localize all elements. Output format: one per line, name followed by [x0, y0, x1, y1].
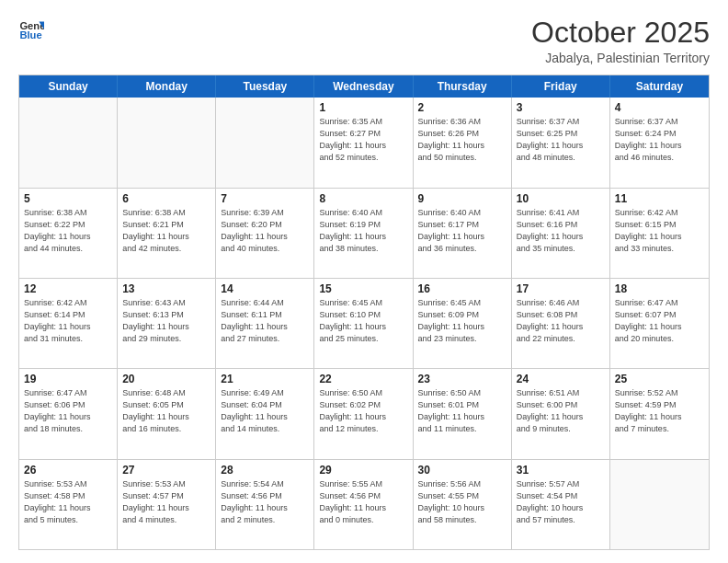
day-number: 23: [418, 373, 506, 385]
day-number: 25: [615, 373, 704, 385]
calendar-row-4: 26Sunrise: 5:53 AM Sunset: 4:58 PM Dayli…: [19, 460, 709, 549]
empty-cell-0-1: [118, 98, 216, 187]
day-cell-17: 17Sunrise: 6:46 AM Sunset: 6:08 PM Dayli…: [512, 279, 610, 368]
day-number: 9: [418, 192, 506, 205]
day-number: 27: [122, 464, 210, 477]
day-info: Sunrise: 5:52 AM Sunset: 4:59 PM Dayligh…: [615, 387, 704, 435]
day-cell-16: 16Sunrise: 6:45 AM Sunset: 6:09 PM Dayli…: [414, 279, 512, 368]
day-number: 5: [24, 192, 112, 205]
day-info: Sunrise: 6:49 AM Sunset: 6:04 PM Dayligh…: [221, 387, 309, 435]
day-number: 15: [319, 282, 407, 295]
day-cell-7: 7Sunrise: 6:39 AM Sunset: 6:20 PM Daylig…: [216, 189, 314, 278]
day-info: Sunrise: 5:54 AM Sunset: 4:56 PM Dayligh…: [221, 478, 309, 526]
calendar-row-1: 5Sunrise: 6:38 AM Sunset: 6:22 PM Daylig…: [19, 189, 709, 279]
day-number: 17: [517, 282, 605, 295]
day-cell-31: 31Sunrise: 5:57 AM Sunset: 4:54 PM Dayli…: [512, 460, 610, 549]
day-number: 28: [221, 464, 309, 477]
title-block: October 2025 Jabalya, Palestinian Territ…: [531, 17, 710, 65]
day-cell-11: 11Sunrise: 6:42 AM Sunset: 6:15 PM Dayli…: [610, 189, 709, 278]
calendar: SundayMondayTuesdayWednesdayThursdayFrid…: [18, 75, 710, 550]
day-cell-28: 28Sunrise: 5:54 AM Sunset: 4:56 PM Dayli…: [216, 460, 314, 549]
day-cell-8: 8Sunrise: 6:40 AM Sunset: 6:19 PM Daylig…: [314, 189, 413, 278]
day-number: 1: [319, 101, 407, 114]
day-info: Sunrise: 6:47 AM Sunset: 6:07 PM Dayligh…: [615, 297, 704, 345]
day-number: 22: [319, 373, 407, 385]
svg-text:Blue: Blue: [19, 29, 41, 40]
page: General Blue October 2025 Jabalya, Pales…: [0, 0, 728, 563]
day-cell-18: 18Sunrise: 6:47 AM Sunset: 6:07 PM Dayli…: [610, 279, 709, 368]
day-number: 10: [517, 192, 605, 205]
day-info: Sunrise: 6:51 AM Sunset: 6:00 PM Dayligh…: [517, 387, 605, 435]
day-info: Sunrise: 5:53 AM Sunset: 4:57 PM Dayligh…: [122, 478, 210, 526]
day-cell-2: 2Sunrise: 6:36 AM Sunset: 6:26 PM Daylig…: [414, 98, 512, 187]
day-info: Sunrise: 6:44 AM Sunset: 6:11 PM Dayligh…: [221, 297, 309, 345]
day-number: 4: [615, 101, 704, 114]
day-info: Sunrise: 6:45 AM Sunset: 6:09 PM Dayligh…: [418, 297, 506, 345]
day-info: Sunrise: 6:43 AM Sunset: 6:13 PM Dayligh…: [122, 297, 210, 345]
day-info: Sunrise: 6:46 AM Sunset: 6:08 PM Dayligh…: [517, 297, 605, 345]
day-number: 6: [122, 192, 210, 205]
day-number: 14: [221, 282, 309, 295]
calendar-header-row: SundayMondayTuesdayWednesdayThursdayFrid…: [19, 75, 709, 98]
day-cell-26: 26Sunrise: 5:53 AM Sunset: 4:58 PM Dayli…: [19, 460, 118, 549]
day-number: 29: [319, 464, 407, 477]
day-info: Sunrise: 6:50 AM Sunset: 6:02 PM Dayligh…: [319, 387, 407, 435]
day-info: Sunrise: 6:39 AM Sunset: 6:20 PM Dayligh…: [221, 207, 309, 255]
day-cell-9: 9Sunrise: 6:40 AM Sunset: 6:17 PM Daylig…: [414, 189, 512, 278]
day-info: Sunrise: 6:48 AM Sunset: 6:05 PM Dayligh…: [122, 387, 210, 435]
day-number: 7: [221, 192, 309, 205]
day-number: 26: [24, 464, 112, 477]
day-cell-1: 1Sunrise: 6:35 AM Sunset: 6:27 PM Daylig…: [314, 98, 413, 187]
day-info: Sunrise: 6:37 AM Sunset: 6:24 PM Dayligh…: [615, 116, 704, 164]
empty-cell-4-6: [610, 460, 709, 549]
day-number: 24: [517, 373, 605, 385]
weekday-header-wednesday: Wednesday: [314, 75, 413, 98]
day-info: Sunrise: 5:57 AM Sunset: 4:54 PM Dayligh…: [517, 478, 605, 526]
day-cell-21: 21Sunrise: 6:49 AM Sunset: 6:04 PM Dayli…: [216, 369, 314, 458]
day-cell-22: 22Sunrise: 6:50 AM Sunset: 6:02 PM Dayli…: [314, 369, 413, 458]
day-info: Sunrise: 6:45 AM Sunset: 6:10 PM Dayligh…: [319, 297, 407, 345]
weekday-header-thursday: Thursday: [414, 75, 512, 98]
day-cell-19: 19Sunrise: 6:47 AM Sunset: 6:06 PM Dayli…: [19, 369, 118, 458]
calendar-body: 1Sunrise: 6:35 AM Sunset: 6:27 PM Daylig…: [19, 98, 709, 549]
day-info: Sunrise: 6:47 AM Sunset: 6:06 PM Dayligh…: [24, 387, 112, 435]
day-number: 3: [517, 101, 605, 114]
weekday-header-sunday: Sunday: [19, 75, 118, 98]
day-info: Sunrise: 5:53 AM Sunset: 4:58 PM Dayligh…: [24, 478, 112, 526]
empty-cell-0-0: [19, 98, 118, 187]
day-cell-12: 12Sunrise: 6:42 AM Sunset: 6:14 PM Dayli…: [19, 279, 118, 368]
day-cell-3: 3Sunrise: 6:37 AM Sunset: 6:25 PM Daylig…: [512, 98, 610, 187]
day-info: Sunrise: 6:36 AM Sunset: 6:26 PM Dayligh…: [418, 116, 506, 164]
day-cell-24: 24Sunrise: 6:51 AM Sunset: 6:00 PM Dayli…: [512, 369, 610, 458]
day-info: Sunrise: 6:37 AM Sunset: 6:25 PM Dayligh…: [517, 116, 605, 164]
day-cell-4: 4Sunrise: 6:37 AM Sunset: 6:24 PM Daylig…: [610, 98, 709, 187]
day-cell-25: 25Sunrise: 5:52 AM Sunset: 4:59 PM Dayli…: [610, 369, 709, 458]
day-info: Sunrise: 6:40 AM Sunset: 6:19 PM Dayligh…: [319, 207, 407, 255]
calendar-row-3: 19Sunrise: 6:47 AM Sunset: 6:06 PM Dayli…: [19, 369, 709, 459]
logo-icon: General Blue: [18, 17, 44, 42]
day-number: 16: [418, 282, 506, 295]
day-cell-5: 5Sunrise: 6:38 AM Sunset: 6:22 PM Daylig…: [19, 189, 118, 278]
day-cell-23: 23Sunrise: 6:50 AM Sunset: 6:01 PM Dayli…: [414, 369, 512, 458]
day-info: Sunrise: 6:42 AM Sunset: 6:15 PM Dayligh…: [615, 207, 704, 255]
day-cell-20: 20Sunrise: 6:48 AM Sunset: 6:05 PM Dayli…: [118, 369, 216, 458]
day-cell-29: 29Sunrise: 5:55 AM Sunset: 4:56 PM Dayli…: [314, 460, 413, 549]
calendar-row-2: 12Sunrise: 6:42 AM Sunset: 6:14 PM Dayli…: [19, 279, 709, 369]
day-info: Sunrise: 6:50 AM Sunset: 6:01 PM Dayligh…: [418, 387, 506, 435]
day-cell-10: 10Sunrise: 6:41 AM Sunset: 6:16 PM Dayli…: [512, 189, 610, 278]
day-number: 12: [24, 282, 112, 295]
day-info: Sunrise: 6:42 AM Sunset: 6:14 PM Dayligh…: [24, 297, 112, 345]
day-cell-15: 15Sunrise: 6:45 AM Sunset: 6:10 PM Dayli…: [314, 279, 413, 368]
logo: General Blue: [18, 17, 44, 42]
header: General Blue October 2025 Jabalya, Pales…: [18, 17, 710, 65]
day-number: 19: [24, 373, 112, 385]
location-subtitle: Jabalya, Palestinian Territory: [531, 51, 710, 65]
empty-cell-0-2: [216, 98, 314, 187]
day-info: Sunrise: 6:41 AM Sunset: 6:16 PM Dayligh…: [517, 207, 605, 255]
day-cell-14: 14Sunrise: 6:44 AM Sunset: 6:11 PM Dayli…: [216, 279, 314, 368]
day-number: 2: [418, 101, 506, 114]
day-number: 20: [122, 373, 210, 385]
calendar-row-0: 1Sunrise: 6:35 AM Sunset: 6:27 PM Daylig…: [19, 98, 709, 188]
day-info: Sunrise: 6:38 AM Sunset: 6:22 PM Dayligh…: [24, 207, 112, 255]
day-cell-27: 27Sunrise: 5:53 AM Sunset: 4:57 PM Dayli…: [118, 460, 216, 549]
